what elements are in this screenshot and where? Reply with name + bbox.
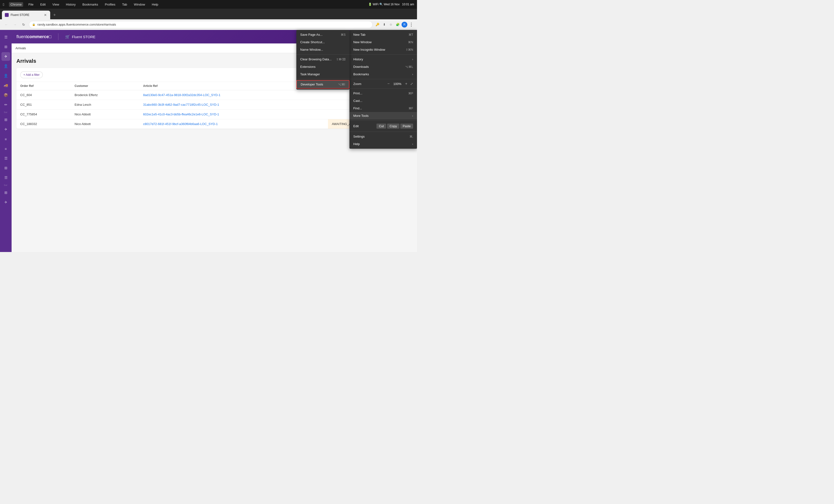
article-ref-cell[interactable]: 602ec1e5-41c0-4ac3-bb5b-ffea46c2e1e6-LOC… xyxy=(139,110,328,119)
zoom-controls: − 100% + ⤢ xyxy=(387,82,413,86)
submenu-create-shortcut[interactable]: Create Shortcut... xyxy=(297,38,349,46)
active-tab[interactable]: Fluent STORE ✕ xyxy=(2,10,50,19)
menu-zoom[interactable]: Zoom − 100% + ⤢ xyxy=(349,80,417,87)
menu-new-tab[interactable]: New Tab ⌘T xyxy=(349,31,417,38)
cut-button[interactable]: Cut xyxy=(376,124,386,129)
developer-tools-label: Developer Tools xyxy=(301,83,334,86)
reload-button[interactable]: ↻ xyxy=(20,21,27,28)
menu-print[interactable]: Print... ⌘P xyxy=(349,90,417,97)
submenu-name-window[interactable]: Name Window... xyxy=(297,46,349,53)
sidebar-item-list1[interactable]: ≡ xyxy=(1,135,10,144)
zoom-minus[interactable]: − xyxy=(387,82,390,86)
view-menu[interactable]: View xyxy=(51,2,61,7)
col-order-ref: Order Ref xyxy=(16,82,71,90)
sidebar-item-list2[interactable]: ≡ xyxy=(1,144,10,153)
sidebar-item-delivery[interactable]: 🚚 xyxy=(1,81,10,90)
star-icon[interactable]: ☆ xyxy=(388,22,394,27)
menu-history[interactable]: History › xyxy=(349,56,417,63)
menu-edit-row: Edit Cut Copy Paste xyxy=(349,122,417,131)
submenu-developer-tools[interactable]: Developer Tools ⌥⌘I xyxy=(297,80,349,89)
address-bar[interactable]: 🔒 randy.sandbox.apps.fluentcommerce.com/… xyxy=(29,21,373,28)
customer-cell: Edna Lesch xyxy=(71,100,139,110)
edit-menu[interactable]: Edit xyxy=(39,2,47,7)
chrome-dropdown-menu: New Tab ⌘T New Window ⌘N New Incognito W… xyxy=(349,30,417,149)
article-ref-cell[interactable]: 31abc660-3b3f-4d62-9ad7-cac7718f2c45-LOC… xyxy=(139,100,328,110)
incognito-shortcut: ⇧⌘N xyxy=(405,48,413,51)
sidebar-item-plane3[interactable]: ✈ xyxy=(1,198,10,206)
zoom-plus[interactable]: + xyxy=(405,82,407,86)
menu-find[interactable]: Find... ⌘F xyxy=(349,105,417,112)
sidebar-item-edit[interactable]: ✏ xyxy=(1,101,10,109)
tab-menu[interactable]: Tab xyxy=(120,2,129,7)
mac-menubar:  Chrome File Edit View History Bookmark… xyxy=(0,0,417,9)
help-menu[interactable]: Help xyxy=(150,2,160,7)
submenu-clear-browsing[interactable]: Clear Browsing Data... ⇧⌘⌫ xyxy=(297,56,349,63)
submenu-sep-2 xyxy=(297,79,349,79)
sidebar-item-plane2[interactable]: ✈ xyxy=(1,125,10,134)
more-button[interactable]: ⋮ xyxy=(408,22,414,27)
paste-button[interactable]: Paste xyxy=(400,124,413,129)
bookmarks-label: Bookmarks xyxy=(353,72,410,76)
customer-cell: Nico Abbott xyxy=(71,110,139,119)
sidebar-item-arrivals[interactable]: ✈ xyxy=(1,52,10,61)
menu-bookmarks[interactable]: Bookmarks › xyxy=(349,70,417,78)
file-menu[interactable]: File xyxy=(27,2,35,7)
submenu-extensions[interactable]: Extensions xyxy=(297,63,349,70)
menu-cast[interactable]: Cast... xyxy=(349,97,417,105)
article-ref-cell[interactable]: c8017d72-681f-451f-9bcf-a360f84b6aa6-LOC… xyxy=(139,119,328,129)
back-button[interactable]: ← xyxy=(3,21,10,28)
sidebar-item-dashboard[interactable]: ⊞ xyxy=(1,43,10,51)
order-ref-cell: CC_604 xyxy=(16,90,71,100)
tab-title: Fluent STORE xyxy=(10,13,42,17)
menu-more-tools[interactable]: More Tools › xyxy=(349,112,417,119)
sidebar-item-list3[interactable]: ☰ xyxy=(1,154,10,163)
separator-3 xyxy=(349,88,417,89)
lock-icon: 🔒 xyxy=(32,23,36,26)
profiles-menu[interactable]: Profiles xyxy=(104,2,117,7)
menu-incognito[interactable]: New Incognito Window ⇧⌘N xyxy=(349,46,417,53)
download-icon[interactable]: ⬇ xyxy=(381,22,387,27)
date-display: 🔋 WiFi 🔍 Wed 16 Nov 10:01 am xyxy=(368,3,414,6)
extension-icon[interactable]: 🧩 xyxy=(395,22,401,27)
help-arrow: › xyxy=(412,142,413,146)
task-manager-label: Task Manager xyxy=(300,72,346,76)
address-icons: 🔑 ⬇ ☆ 🧩 R ⋮ xyxy=(375,22,414,27)
sidebar-item-box[interactable]: 📦 xyxy=(1,91,10,100)
sidebar-item-person1[interactable]: 👤 xyxy=(1,62,10,70)
menu-settings[interactable]: Settings ⌘, xyxy=(349,133,417,140)
article-ref-cell[interactable]: 8ad130e0-9c47-451a-9818-00f2a32dc354-LOC… xyxy=(139,90,328,100)
clear-browsing-label: Clear Browsing Data... xyxy=(300,58,332,61)
apple-icon[interactable]:  xyxy=(3,2,4,6)
profile-icon[interactable]: R xyxy=(401,22,407,27)
menu-help[interactable]: Help › xyxy=(349,140,417,148)
customer-cell: Broderick Effertz xyxy=(71,90,139,100)
menu-downloads[interactable]: Downloads ⌥⌘L xyxy=(349,63,417,70)
bookmarks-menu[interactable]: Bookmarks xyxy=(81,2,100,7)
sidebar-item-grid3[interactable]: ⊞ xyxy=(1,163,10,172)
passkey-icon[interactable]: 🔑 xyxy=(375,22,380,27)
sidebar-item-grid2[interactable]: ⊞ xyxy=(1,115,10,124)
separator-4 xyxy=(349,120,417,121)
sidebar-item-menu[interactable]: ☰ xyxy=(1,33,10,42)
window-menu[interactable]: Window xyxy=(132,2,147,7)
menu-new-window[interactable]: New Window ⌘N xyxy=(349,38,417,46)
copy-button[interactable]: Copy xyxy=(387,124,399,129)
chrome-menu-label[interactable]: Chrome xyxy=(9,2,23,7)
sidebar-item-grid4[interactable]: ⊞ xyxy=(1,188,10,197)
submenu-save-page[interactable]: Save Page As... ⌘S xyxy=(297,31,349,38)
chrome-tabbar: Fluent STORE ✕ + xyxy=(0,9,417,19)
forward-button[interactable]: → xyxy=(12,21,18,28)
tab-close-button[interactable]: ✕ xyxy=(43,13,47,17)
settings-shortcut: ⌘, xyxy=(410,135,413,138)
bookmarks-arrow: › xyxy=(412,72,413,76)
breadcrumb-text: Arrivals xyxy=(16,46,26,50)
sidebar-item-list4[interactable]: ☰ xyxy=(1,173,10,182)
submenu-task-manager[interactable]: Task Manager xyxy=(297,70,349,78)
new-window-label: New Window xyxy=(353,40,404,44)
new-tab-button[interactable]: + xyxy=(51,12,58,18)
downloads-shortcut: ⌥⌘L xyxy=(405,65,413,69)
history-menu[interactable]: History xyxy=(64,2,77,7)
sidebar-item-person2[interactable]: 👤 xyxy=(1,71,10,80)
zoom-expand-icon[interactable]: ⤢ xyxy=(410,82,413,86)
add-filter-button[interactable]: + Add a filter xyxy=(20,71,43,78)
